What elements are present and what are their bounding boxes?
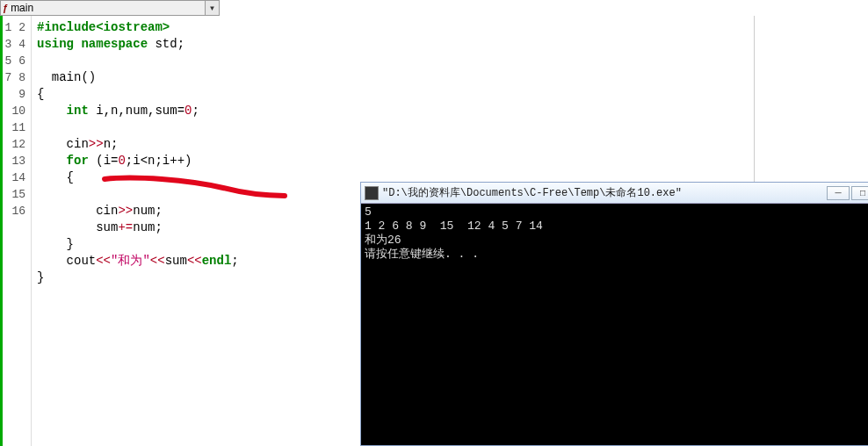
op-insert: << — [150, 254, 165, 268]
op-extract: >> — [89, 137, 104, 151]
string-literal: "和为" — [111, 254, 150, 268]
out-line-4: 请按任意键继续. . . — [365, 248, 479, 261]
for-cond: ;i<n;i++) — [126, 154, 192, 168]
op-insert: << — [187, 254, 202, 268]
op-addassign: += — [118, 220, 133, 234]
semi: ; — [177, 37, 184, 51]
header: <iostream> — [96, 20, 170, 34]
ident-std: std — [155, 37, 177, 51]
console-titlebar[interactable]: "D:\我的资料库\Documents\C-Free\Temp\未命名10.ex… — [361, 183, 868, 204]
preproc: #include — [37, 20, 96, 34]
kw-using: using — [37, 37, 74, 51]
window-buttons: ─ □ ✕ — [825, 186, 868, 200]
line-gutter: 1 2 3 4 5 6 7 8 9 10 11 12 13 14 15 16 — [0, 16, 32, 446]
console-output: 5 1 2 6 8 9 15 12 4 5 7 14 和为26 请按任意键继续.… — [361, 204, 868, 263]
ident-sum: sum — [165, 254, 187, 268]
kw-int: int — [67, 104, 89, 118]
for-open: (i= — [89, 154, 119, 168]
ident-cin: cin — [67, 137, 89, 151]
function-dropdown[interactable]: ƒ main ▼ — [0, 0, 220, 16]
minimize-button[interactable]: ─ — [827, 186, 850, 200]
kw-endl: endl — [202, 254, 232, 268]
function-name: main — [11, 2, 205, 14]
out-line-2: 1 2 6 8 9 15 12 4 5 7 14 — [365, 219, 543, 233]
console-window[interactable]: "D:\我的资料库\Documents\C-Free\Temp\未命名10.ex… — [360, 182, 868, 446]
ident-n: n; — [104, 137, 119, 151]
ident-num: num; — [133, 204, 163, 218]
maximize-button[interactable]: □ — [851, 186, 868, 200]
op-insert: << — [96, 254, 111, 268]
kw-namespace: namespace — [81, 37, 148, 51]
chevron-down-icon[interactable]: ▼ — [205, 1, 219, 15]
brace-open: { — [37, 87, 44, 101]
parens: () — [81, 70, 96, 84]
ident-main: main — [52, 70, 82, 84]
lit-zero: 0 — [118, 154, 125, 168]
ident-num: num; — [133, 220, 163, 234]
brace-inner-open: { — [37, 170, 74, 184]
exe-icon — [365, 186, 379, 200]
op-extract: >> — [118, 204, 133, 218]
stmt-cin: cin — [37, 204, 118, 218]
semi: ; — [192, 104, 199, 118]
console-title: "D:\我的资料库\Documents\C-Free\Temp\未命名10.ex… — [382, 185, 825, 200]
brace-inner-close: } — [37, 237, 74, 251]
out-line-1: 5 — [365, 205, 372, 219]
stmt-sum: sum — [37, 220, 118, 234]
function-icon: ƒ — [3, 3, 8, 13]
out-line-3: 和为26 — [365, 234, 401, 247]
brace-close: } — [37, 270, 44, 284]
ident-cout: cout — [37, 254, 96, 268]
semi: ; — [231, 254, 238, 268]
decl-vars: i,n,num,sum= — [89, 104, 184, 118]
kw-for: for — [67, 154, 89, 168]
